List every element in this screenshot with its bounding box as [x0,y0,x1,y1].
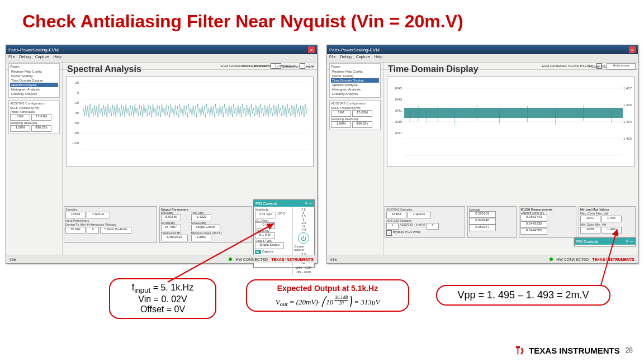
svg-text:-60: -60 [74,121,79,125]
dc-checkbox[interactable] [300,63,305,69]
page-item[interactable]: Power Scaling [331,74,379,78]
page-item[interactable]: Register Map Config [331,69,379,74]
jumper-opt: JP9 - GND [296,270,311,274]
eq-text: 36.1dB [335,295,348,301]
sclk-target[interactable]: 16M [10,114,30,121]
mark-harmonics[interactable]: Mark Harmonics [243,64,267,68]
dc-input[interactable]: 0 V [255,222,275,229]
page-item[interactable]: Time Domain Display [10,78,58,83]
timedomain-plot[interactable]: 2045 2043 2041 2039 2037 1.437 1.435 1.4… [387,77,634,167]
window-title: Pabs-PowerScaling-EVM [8,47,59,53]
page-item[interactable]: Linearity Analysis [331,92,379,96]
app-window-spectral: Pabs-PowerScaling-EVM × File Debug Captu… [6,45,318,264]
ti-brand-text: TEXAS INSTRUMENTS [529,346,620,355]
svg-text:1.432: 1.432 [623,137,632,140]
cfg-title: ADS7042 Configuration [331,102,379,105]
page-item-selected[interactable]: Spectral Analysis [10,83,58,87]
samp-target[interactable]: 1.00M [331,121,351,128]
power-icon[interactable]: ⏻ [298,232,309,244]
annot-text: input [134,286,150,294]
psi-capture[interactable]: Capture [262,250,273,254]
yscale-select[interactable]: Auto mode [607,63,636,70]
sidebar: Pages Register Map Config Power Scaling … [6,61,63,255]
psi-title: PSI Controls [576,240,598,244]
page-item[interactable]: Linearity Analysis [10,92,58,96]
thd-value: -1.4222 [191,215,211,221]
sclk-title: SCLK Frequency(Hz): [10,106,58,109]
mark-checkbox[interactable] [271,63,276,69]
page-item[interactable]: Spectral Analysis [331,83,379,87]
samples-input[interactable]: 16384 [65,212,86,218]
harm-input[interactable]: 9 [87,227,99,234]
ti-logo: TEXAS INSTRUMENTS [514,344,620,356]
cap-value: 0.0443835 [520,221,547,228]
main-panel: Time Domain Display Y Scale fitAuto mode… [383,61,638,255]
pages-list: Register Map Config Power Scaling Time D… [10,69,58,96]
svg-text:0: 0 [77,91,79,94]
samples-box: ADS7042 Samples 16384Capture ADS-220 Sam… [385,206,465,238]
psi-pin-icon[interactable]: ⚲ — [626,239,633,244]
samp220-input[interactable]: 1 [386,223,399,230]
window-select[interactable]: 7 Term B-Harris [100,227,131,234]
psi-pin-icon[interactable]: ⚲ — [305,201,312,206]
page-item[interactable]: Histogram Analysis [10,87,58,92]
samp-target[interactable]: 1.00M [10,125,30,132]
samp7042-input[interactable]: 16384 [386,212,406,218]
annot-header: Expected Output at 5.1k.Hz [255,284,400,293]
cfg-title: ADS7042 Configuration [10,102,58,105]
minmax-title: Min and Max Values [580,208,634,211]
freq-input[interactable]: 5.1 kHz [255,232,275,239]
svg-text:2041: 2041 [395,109,402,112]
minval-value: 1.493 [602,227,622,234]
eq-text: V [276,298,280,306]
psi-toggle[interactable]: ▶ [255,250,261,254]
page-item[interactable]: Register Map Config [10,69,58,74]
status-hw: HW CONNECTED [235,258,268,261]
page-item-selected[interactable]: Time Domain Display [331,78,379,83]
slide-footer: TEXAS INSTRUMENTS 28 [514,344,633,356]
page-item[interactable]: Histogram Analysis [331,87,379,92]
cap-value: 0.0444505 [520,228,547,235]
samp-title: Sampling Rate(sps): [331,117,379,121]
svg-text:20: 20 [75,81,79,84]
annot-text: Vin = 0. 02V [118,294,207,304]
spectral-plot[interactable]: 20 0 -20 -40 -60 -80 -100 [66,77,314,167]
capture-button[interactable]: Capture [408,212,431,218]
achievable-label: Achievable [20,110,35,113]
average-box: Average 0.529103 0.848248 0.059147 [467,206,517,238]
outtype-select[interactable]: Single Ended [255,242,284,249]
psi-controls-collapsed[interactable]: PSI Controls⚲ — [574,237,636,246]
status-dot-icon [550,258,553,261]
close-icon[interactable]: × [629,46,636,53]
svg-text:1.435: 1.435 [623,103,632,107]
annotation-expected-output: Expected Output at 5.1k.Hz Vout = (20mV)… [246,279,409,312]
svg-text:-80: -80 [74,131,79,135]
display-dc[interactable]: Display DC [280,64,296,68]
page-item[interactable]: Power Scaling [10,74,58,78]
devfs-input[interactable]: 10.00k [65,227,86,234]
amp-input[interactable]: 0.02 Vpp [255,212,276,218]
amp-label: Amplitude [255,208,291,211]
avg-value: 0.059147 [469,225,496,231]
harm-label: # Harmonics [87,223,104,226]
svg-text:1.437: 1.437 [623,87,632,90]
capture-button[interactable]: Capture [87,212,110,218]
sclk-target[interactable]: 16M [331,110,351,117]
vref-input[interactable]: 3 [427,223,439,230]
close-icon[interactable]: × [308,46,315,53]
slide-title: Check Antialiasing Filter Near Nyquist (… [22,11,622,32]
svg-text:-40: -40 [74,111,79,115]
yscale-label: Y Scale fit [588,65,603,68]
target-label: Target [10,110,18,113]
annotation-input-params: finput = 5. 1k.Hz Vin = 0. 02V Offset = … [109,278,216,319]
bypass-checkbox[interactable]: ✓ [386,230,392,236]
snr-value: -8.91569 [161,215,181,221]
amp-exp: 10^-3 [277,212,285,218]
min-value: -1.8857 [191,235,211,241]
app-window-timedomain: Pabs-PowerScaling-EVM × File Debug Captu… [326,45,638,264]
eq-text: out [280,301,288,307]
eq-text: = 313μV [354,298,380,306]
ti-text: TEXAS INSTRUMENTS [271,258,314,261]
svg-text:2039: 2039 [395,120,402,123]
svg-rect-26 [404,108,623,118]
